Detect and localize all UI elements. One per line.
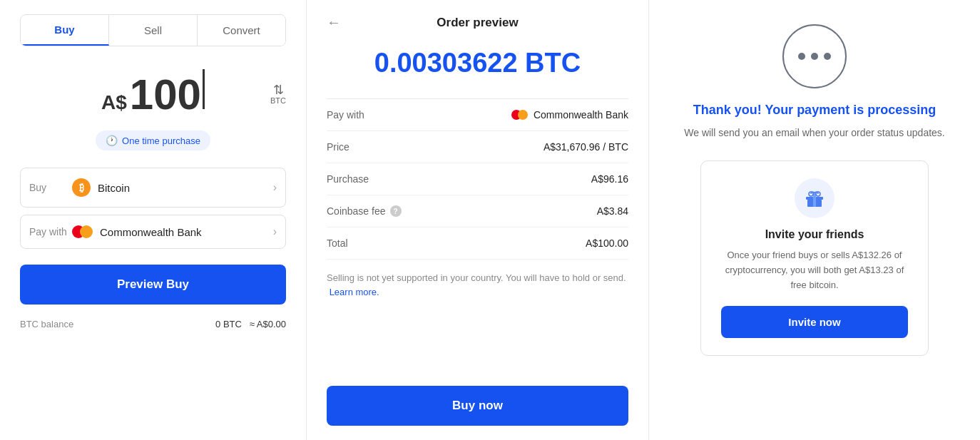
balance-row: BTC balance 0 BTC ≈ A$0.00 [20, 319, 286, 329]
thank-you-text: Thank you! Your payment is processing [693, 103, 936, 118]
detail-label-price: Price [327, 141, 349, 153]
mc-right [80, 225, 93, 238]
right-panel: Thank you! Your payment is processing We… [649, 0, 980, 440]
processing-icon [782, 24, 847, 88]
balance-btc: 0 BTC [215, 319, 242, 329]
processing-sub-text: We will send you an email when your orde… [684, 125, 945, 140]
detail-row-price: Price A$31,670.96 / BTC [327, 131, 628, 163]
gift-svg [804, 188, 825, 209]
chevron-right-icon: › [273, 181, 277, 194]
order-title: Order preview [349, 16, 606, 30]
pay-with-value: Commonwealth Bank [100, 226, 273, 238]
mastercard-icon-detail [511, 110, 528, 120]
one-time-label: One time purchase [122, 135, 200, 146]
invite-card: Invite your friends Once your friend buy… [700, 160, 929, 355]
exchange-toggle[interactable]: ⇅ BTC [270, 83, 286, 105]
invite-title: Invite your friends [765, 228, 864, 241]
asset-name: Bitcoin [98, 182, 273, 194]
detail-value-pay-with: Commonwealth Bank [511, 109, 628, 121]
pay-with-label: Pay with [29, 226, 72, 237]
learn-more-link[interactable]: Learn more. [330, 287, 379, 297]
detail-value-total: A$100.00 [586, 237, 628, 249]
buy-label: Buy [29, 182, 72, 193]
dot-2 [811, 53, 818, 60]
one-time-purchase-button[interactable]: 🕐 One time purchase [96, 131, 210, 150]
order-header: ← Order preview [327, 14, 628, 31]
detail-label-pay-with: Pay with [327, 109, 364, 121]
amount-cursor [203, 69, 205, 109]
tab-sell[interactable]: Sell [109, 15, 198, 46]
tab-convert[interactable]: Convert [198, 15, 285, 46]
balance-label: BTC balance [20, 319, 73, 329]
detail-label-fee: Coinbase fee ? [327, 205, 402, 217]
detail-row-pay-with: Pay with Commonwealth Bank [327, 99, 628, 131]
detail-value-price: A$31,670.96 / BTC [543, 141, 628, 153]
gift-icon [795, 178, 834, 218]
mastercard-icon [72, 225, 93, 238]
detail-row-total: Total A$100.00 [327, 227, 628, 260]
exchange-arrows-icon: ⇅ [273, 83, 284, 96]
invite-now-button[interactable]: Invite now [721, 306, 908, 338]
middle-panel: ← Order preview 0.00303622 BTC Pay with … [307, 0, 649, 440]
buy-now-button[interactable]: Buy now [327, 386, 628, 426]
invite-desc: Once your friend buys or sells A$132.26 … [721, 248, 908, 292]
btc-amount: 0.00303622 BTC [327, 48, 628, 78]
amount-display: A$ 100 [101, 69, 205, 119]
info-icon[interactable]: ? [390, 205, 402, 217]
dots-row [798, 53, 831, 60]
tab-bar: Buy Sell Convert [20, 14, 286, 46]
left-panel: Buy Sell Convert A$ 100 ⇅ BTC 🕐 One time… [0, 0, 307, 440]
mc-detail-right [518, 110, 528, 120]
detail-label-purchase: Purchase [327, 173, 369, 185]
amount-row: A$ 100 ⇅ BTC [20, 69, 286, 119]
notice-text: Selling is not yet supported in your cou… [327, 271, 628, 299]
preview-buy-button[interactable]: Preview Buy [20, 265, 286, 305]
notice-content: Selling is not yet supported in your cou… [327, 272, 626, 283]
amount-value: 100 [130, 70, 201, 119]
currency-label: BTC [270, 96, 286, 105]
buy-asset-row[interactable]: Buy ₿ Bitcoin › [20, 168, 286, 208]
detail-value-fee: A$3.84 [597, 205, 628, 217]
order-details: Pay with Commonwealth Bank Price A$31,67… [327, 98, 628, 260]
clock-icon: 🕐 [106, 135, 118, 146]
dot-3 [824, 53, 831, 60]
detail-row-purchase: Purchase A$96.16 [327, 163, 628, 195]
tab-buy[interactable]: Buy [21, 15, 109, 46]
back-arrow-icon[interactable]: ← [327, 14, 341, 31]
detail-label-total: Total [327, 237, 348, 249]
pay-with-row[interactable]: Pay with Commonwealth Bank › [20, 215, 286, 249]
balance-value: 0 BTC ≈ A$0.00 [215, 319, 286, 329]
balance-aud: ≈ A$0.00 [250, 319, 286, 329]
detail-row-fee: Coinbase fee ? A$3.84 [327, 195, 628, 227]
dot-1 [798, 53, 805, 60]
chevron-right-icon-2: › [273, 225, 277, 238]
bitcoin-icon: ₿ [72, 178, 91, 197]
detail-value-purchase: A$96.16 [591, 173, 628, 185]
currency-prefix: A$ [101, 91, 127, 114]
